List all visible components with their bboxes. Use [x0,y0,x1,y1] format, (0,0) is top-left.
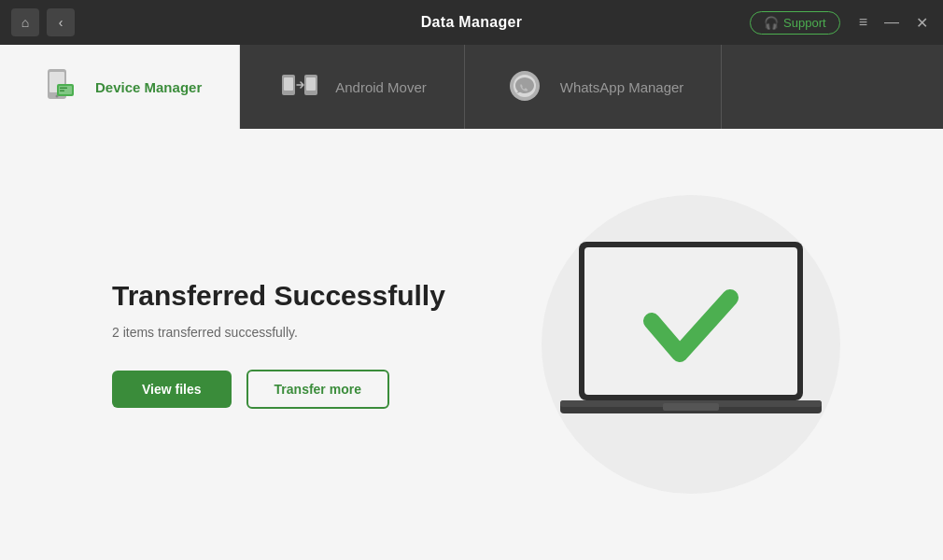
titlebar-right: 🎧 Support ≡ — ✕ [750,11,932,35]
home-icon: ⌂ [21,15,29,30]
headphone-icon: 🎧 [764,16,779,30]
titlebar: ⌂ ‹ Data Manager 🎧 Support ≡ — ✕ [0,0,943,45]
app-title: Data Manager [421,14,523,31]
laptop-illustration [551,232,831,456]
action-buttons: View files Transfer more [112,370,514,409]
transfer-more-button[interactable]: Transfer more [246,370,389,409]
back-icon: ‹ [59,15,63,30]
tab-whatsapp-manager-label: WhatsApp Manager [560,79,684,95]
window-controls: ≡ — ✕ [855,12,932,34]
tab-whatsapp-manager[interactable]: WhatsApp Manager [465,45,723,129]
svg-rect-17 [663,403,719,411]
support-label: Support [783,16,826,30]
titlebar-left: ⌂ ‹ [11,8,75,36]
svg-rect-6 [60,91,64,92]
tab-android-mover-label: Android Mover [335,79,427,95]
svg-rect-8 [284,77,293,91]
back-button[interactable]: ‹ [47,8,75,36]
support-button[interactable]: 🎧 Support [750,11,840,35]
android-mover-icon [277,64,322,109]
svg-rect-5 [60,88,67,90]
tab-android-mover[interactable]: Android Mover [240,45,465,129]
illustration-area [514,186,868,503]
content-left: Transferred Successfully 2 items transfe… [112,280,514,409]
home-button[interactable]: ⌂ [11,8,39,36]
main-content: Transferred Successfully 2 items transfe… [0,129,943,560]
view-files-button[interactable]: View files [112,371,232,408]
whatsapp-manager-icon [502,64,547,109]
minimize-button[interactable]: — [880,12,903,33]
device-manager-icon [37,64,82,109]
svg-rect-14 [584,247,797,395]
svg-rect-10 [306,77,316,91]
tabbar: Device Manager Android Mover [0,45,943,129]
tab-device-manager[interactable]: Device Manager [0,45,240,129]
success-title: Transferred Successfully [112,280,514,312]
tab-device-manager-label: Device Manager [95,79,202,95]
close-button[interactable]: ✕ [912,12,932,34]
menu-button[interactable]: ≡ [855,12,871,33]
success-description: 2 items transferred successfully. [112,325,514,340]
